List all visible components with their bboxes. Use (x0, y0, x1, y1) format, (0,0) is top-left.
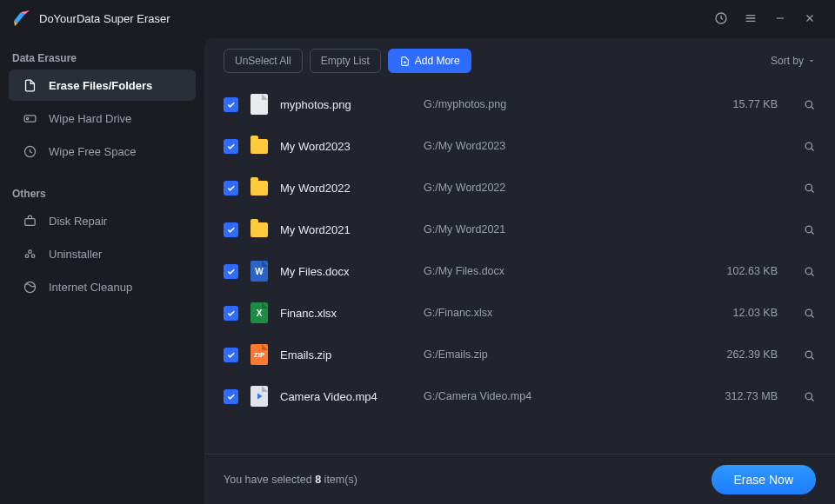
search-icon[interactable] (778, 182, 816, 195)
add-file-icon (399, 56, 411, 67)
file-name: My Word2021 (280, 223, 424, 236)
sidebar-item-internet-cleanup[interactable]: Internet Cleanup (9, 271, 196, 302)
sort-by-label: Sort by (771, 55, 804, 67)
sidebar-item-erase-files-folders[interactable]: Erase Files/Folders (9, 70, 196, 101)
svg-point-2 (26, 117, 28, 119)
empty-list-button[interactable]: Empty List (310, 49, 381, 73)
file-type-icon (250, 136, 268, 156)
sort-by-dropdown[interactable]: Sort by (771, 55, 816, 67)
erase-now-button[interactable]: Erase Now (711, 465, 816, 494)
svg-rect-4 (24, 218, 34, 225)
toolbox-icon (21, 212, 38, 229)
file-type-icon (250, 178, 268, 197)
sidebar-item-label: Uninstaller (49, 248, 102, 261)
search-icon[interactable] (778, 98, 816, 111)
file-path: G:/Financ.xlsx (424, 307, 699, 319)
sidebar-item-wipe-free-space[interactable]: Wipe Free Space (9, 136, 196, 167)
file-name: Camera Video.mp4 (280, 390, 424, 403)
sidebar-item-disk-repair[interactable]: Disk Repair (9, 205, 196, 236)
chevron-down-icon (807, 56, 816, 65)
checkbox[interactable] (224, 181, 238, 196)
sidebar-section-header: Data Erasure (0, 45, 204, 70)
file-name: My Word2022 (280, 182, 424, 195)
file-row[interactable]: myphotos.pngG:/myphotos.png15.77 KB (217, 83, 823, 125)
file-type-icon (250, 387, 268, 406)
file-name: Emails.zip (280, 348, 424, 361)
svg-point-10 (805, 143, 812, 149)
svg-point-14 (805, 309, 812, 316)
checkbox[interactable] (224, 139, 238, 154)
file-type-icon: W (250, 262, 268, 281)
close-button[interactable] (795, 5, 825, 31)
file-row[interactable]: ZIPEmails.zipG:/Emails.zip262.39 KB (217, 334, 823, 375)
selection-status: You have selected 8 item(s) (224, 474, 357, 486)
checkbox[interactable] (224, 348, 238, 362)
sidebar-item-label: Wipe Hard Drive (49, 112, 131, 125)
checkbox[interactable] (224, 306, 238, 321)
file-type-icon: X (250, 303, 268, 322)
sidebar-item-label: Wipe Free Space (49, 145, 136, 158)
svg-point-12 (805, 226, 812, 233)
search-icon[interactable] (778, 348, 816, 361)
checkbox[interactable] (224, 97, 238, 112)
file-path: G:/Camera Video.mp4 (424, 390, 699, 402)
toolbar: UnSelect All Empty List Add More Sort by (204, 38, 835, 83)
file-row[interactable]: XFinanc.xlsxG:/Financ.xlsx12.03 KB (217, 292, 823, 334)
checkbox[interactable] (224, 264, 238, 279)
file-row[interactable]: My Word2023G:/My Word2023 (217, 125, 823, 167)
app-title: DoYourData Super Eraser (39, 12, 170, 25)
footer: You have selected 8 item(s) Erase Now (204, 454, 835, 504)
file-name: My Files.docx (280, 265, 424, 278)
search-icon[interactable] (778, 140, 816, 153)
checkbox[interactable] (224, 389, 238, 404)
file-size: 262.39 KB (699, 348, 778, 361)
search-icon[interactable] (778, 223, 816, 236)
file-row[interactable]: My Word2021G:/My Word2021 (217, 209, 823, 250)
menu-icon[interactable] (736, 5, 765, 31)
file-name: Financ.xlsx (280, 307, 424, 320)
sidebar-item-label: Disk Repair (49, 215, 107, 228)
minimize-button[interactable] (765, 5, 795, 31)
drive-icon (21, 109, 38, 127)
file-type-icon: ZIP (250, 345, 268, 364)
svg-point-11 (805, 184, 812, 191)
file-size: 102.63 KB (699, 265, 778, 277)
svg-point-13 (805, 268, 812, 275)
sidebar-item-label: Internet Cleanup (49, 281, 132, 294)
file-name: My Word2023 (280, 140, 424, 153)
file-row[interactable]: My Word2022G:/My Word2022 (217, 167, 823, 209)
file-type-icon (250, 220, 268, 239)
globe-icon (21, 278, 38, 295)
trash-icon (21, 245, 38, 262)
file-row[interactable]: WMy Files.docxG:/My Files.docx102.63 KB (217, 250, 823, 292)
sidebar-item-uninstaller[interactable]: Uninstaller (9, 238, 196, 269)
file-path: G:/My Word2021 (424, 223, 699, 235)
app-logo-icon (12, 9, 31, 28)
file-path: G:/Emails.zip (424, 348, 699, 361)
file-list: myphotos.pngG:/myphotos.png15.77 KBMy Wo… (204, 83, 835, 454)
sidebar-item-label: Erase Files/Folders (49, 79, 152, 92)
file-size: 15.77 KB (699, 98, 778, 110)
search-icon[interactable] (778, 307, 816, 320)
file-name: myphotos.png (280, 98, 424, 111)
file-path: G:/My Word2022 (424, 182, 699, 194)
file-path: G:/My Files.docx (424, 265, 699, 277)
file-row[interactable]: Camera Video.mp4G:/Camera Video.mp4312.7… (217, 375, 823, 417)
unselect-all-button[interactable]: UnSelect All (224, 49, 303, 73)
file-path: G:/myphotos.png (424, 98, 699, 110)
titlebar: DoYourData Super Eraser (0, 0, 835, 36)
search-icon[interactable] (778, 265, 816, 278)
svg-point-8 (24, 282, 35, 292)
add-more-button[interactable]: Add More (388, 49, 471, 73)
svg-point-5 (28, 249, 31, 253)
main-panel: UnSelect All Empty List Add More Sort by… (204, 38, 835, 504)
sidebar-section-header: Others (0, 181, 204, 205)
file-icon (21, 76, 38, 94)
checkbox[interactable] (224, 222, 238, 237)
add-more-label: Add More (415, 55, 460, 67)
sidebar-item-wipe-hard-drive[interactable]: Wipe Hard Drive (9, 103, 196, 134)
search-icon[interactable] (778, 390, 816, 403)
history-icon[interactable] (706, 5, 736, 31)
svg-point-7 (31, 254, 35, 257)
sidebar: Data ErasureErase Files/FoldersWipe Hard… (0, 36, 204, 504)
